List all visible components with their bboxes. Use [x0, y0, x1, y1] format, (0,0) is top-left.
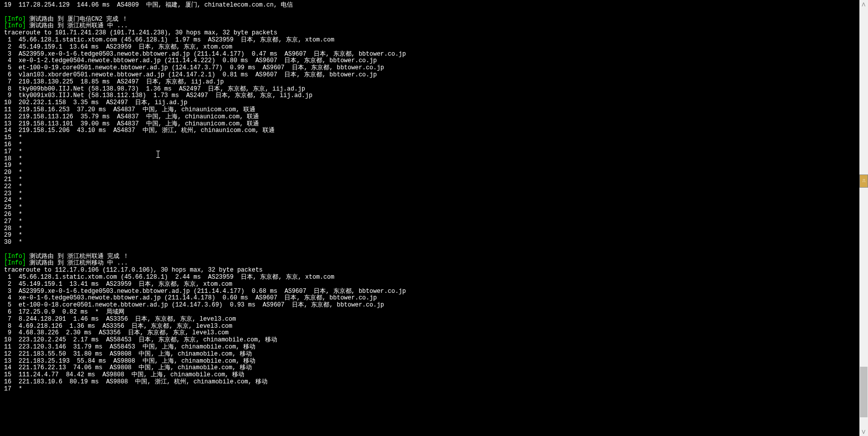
- text-cursor: [158, 151, 158, 158]
- terminal-line: traceroute to 101.71.241.238 (101.71.241…: [4, 30, 864, 37]
- terminal-line: 11 223.120.3.146 31.79 ms AS58453 中国, 上海…: [4, 344, 864, 351]
- terminal-line: 18 *: [4, 156, 864, 163]
- terminal-line: 23 *: [4, 191, 864, 198]
- terminal-line: 6 172.25.0.9 0.82 ms * 局域网: [4, 309, 864, 316]
- terminal-line: 29 *: [4, 232, 864, 239]
- terminal-line: 15 111.24.4.77 84.42 ms AS9808 中国, 上海, c…: [4, 372, 864, 379]
- terminal-line: 12 221.183.55.50 31.80 ms AS9808 中国, 上海,…: [4, 351, 864, 358]
- terminal-line: 15 *: [4, 135, 864, 142]
- terminal-line: 1 45.66.128.1.static.xtom.com (45.66.128…: [4, 274, 864, 281]
- info-text: 测试路由 到 厦门电信CN2 完成 ！: [26, 16, 128, 23]
- info-text: 测试路由 到 浙江杭州联通 完成 ！: [26, 253, 129, 260]
- terminal-line: 27 *: [4, 219, 864, 226]
- terminal-line: [Info] 测试路由 到 浙江杭州联通 完成 ！: [4, 253, 864, 260]
- terminal-line: 16 *: [4, 142, 864, 149]
- terminal-line: [4, 246, 864, 253]
- terminal-line: 28 *: [4, 226, 864, 233]
- terminal-line: 20 *: [4, 169, 864, 177]
- terminal-line: 13 221.183.25.193 55.84 ms AS9808 中国, 上海…: [4, 358, 864, 365]
- terminal-line: 5 et-100-0-18.core0501.newote.bbtower.ad…: [4, 302, 864, 309]
- terminal-line: 1 45.66.128.1.static.xtom.com (45.66.128…: [4, 37, 864, 44]
- info-tag: [Info]: [4, 16, 26, 23]
- scrollbar-track[interactable]: [859, 9, 868, 427]
- terminal-line: 12 219.158.113.126 35.79 ms AS4837 中国, 上…: [4, 114, 864, 121]
- terminal-line: 22 *: [4, 184, 864, 191]
- terminal-line: traceroute to 112.17.0.106 (112.17.0.106…: [4, 267, 864, 274]
- terminal-line: [4, 9, 864, 16]
- info-tag: [Info]: [4, 253, 26, 260]
- terminal-line: 25 *: [4, 204, 864, 211]
- terminal-line: 7 210.138.130.225 18.85 ms AS2497 日本, 东京…: [4, 79, 864, 86]
- terminal-line: 10 202.232.1.158 3.35 ms AS2497 日本, iij.…: [4, 100, 864, 107]
- terminal-line: 5 et-100-0-19.core0501.newote.bbtower.ad…: [4, 65, 864, 72]
- terminal-line: [Info] 测试路由 到 浙江杭州移动 中 ...: [4, 260, 864, 267]
- terminal-line: 24 *: [4, 197, 864, 204]
- terminal-output[interactable]: 19 117.28.254.129 144.06 ms AS4809 中国, 福…: [4, 2, 864, 393]
- terminal-line: 7 8.244.128.201 1.46 ms AS3356 日本, 东京都, …: [4, 316, 864, 323]
- terminal-line: 21 *: [4, 177, 864, 184]
- scrollbar-thumb[interactable]: [860, 367, 867, 417]
- info-text: 测试路由 到 浙江杭州联通 中 ...: [26, 22, 128, 29]
- usb-device-icon[interactable]: ⎍: [859, 175, 868, 188]
- terminal-line: 11 219.158.16.253 37.20 ms AS4837 中国, 上海…: [4, 107, 864, 114]
- terminal-line: 16 221.183.10.6 80.19 ms AS9808 中国, 浙江, …: [4, 379, 864, 386]
- terminal-line: 6 vlan103.xborder0501.newote.bbtower.ad.…: [4, 72, 864, 79]
- terminal-line: 10 223.120.2.245 2.17 ms AS58453 日本, 东京都…: [4, 337, 864, 344]
- terminal-line: 30 *: [4, 239, 864, 246]
- scrollbar-down-arrow-icon[interactable]: ⋁: [859, 427, 868, 436]
- terminal-line: 19 *: [4, 162, 864, 169]
- info-tag: [Info]: [4, 22, 26, 29]
- terminal-line: 2 45.149.159.1 13.64 ms AS23959 日本, 东京都,…: [4, 44, 864, 51]
- terminal-line: 26 *: [4, 211, 864, 219]
- terminal-line: 9 tky009ix03.IIJ.Net (58.138.112.138) 1.…: [4, 93, 864, 100]
- vertical-scrollbar[interactable]: ⋀ ⋁: [859, 0, 868, 436]
- scrollbar-up-arrow-icon[interactable]: ⋀: [859, 0, 868, 9]
- terminal-line: [Info] 测试路由 到 浙江杭州联通 中 ...: [4, 23, 864, 30]
- info-text: 测试路由 到 浙江杭州移动 中 ...: [26, 259, 128, 267]
- terminal-line: 17 *: [4, 386, 864, 393]
- terminal-line: 14 219.158.15.206 43.10 ms AS4837 中国, 浙江…: [4, 127, 864, 135]
- terminal-line: 2 45.149.159.1 13.41 ms AS23959 日本, 东京都,…: [4, 281, 864, 288]
- terminal-line: 14 221.176.22.13 74.06 ms AS9808 中国, 上海,…: [4, 365, 864, 372]
- terminal-line: 19 117.28.254.129 144.06 ms AS4809 中国, 福…: [4, 2, 864, 9]
- info-tag: [Info]: [4, 259, 26, 267]
- terminal-line: [Info] 测试路由 到 厦门电信CN2 完成 ！: [4, 16, 864, 23]
- terminal-line: 17 *: [4, 149, 864, 156]
